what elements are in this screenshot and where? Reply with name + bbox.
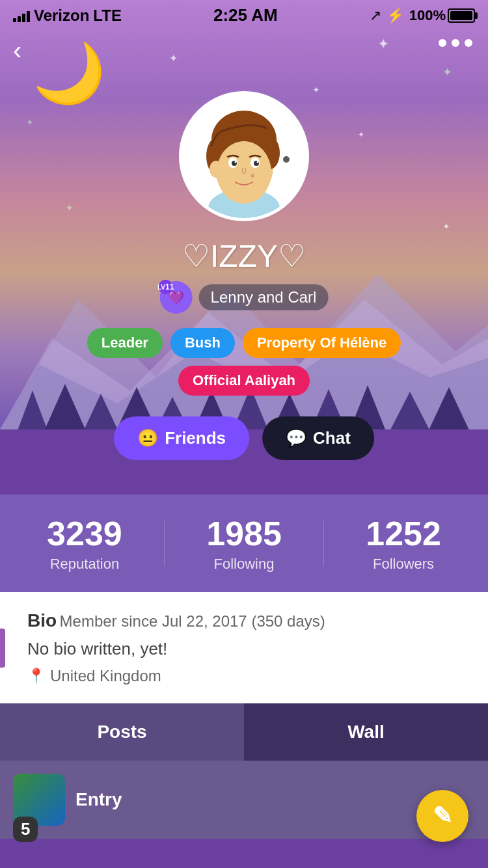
star-2: ✦	[377, 36, 389, 53]
svg-point-30	[251, 174, 254, 178]
status-bar: Verizon LTE 2:25 AM ↗ ⚡ 100%	[0, 0, 488, 25]
moon-decoration: 🌙	[33, 39, 98, 104]
guild-name: Lenny and Carl	[199, 284, 329, 310]
tab-posts[interactable]: Posts	[0, 703, 244, 761]
more-dot-3	[465, 39, 472, 47]
star-4: ✦	[442, 65, 452, 79]
avatar-circle	[179, 91, 309, 221]
tag-bush[interactable]: Bush	[170, 328, 235, 358]
signal-bar-2	[18, 16, 21, 22]
back-button[interactable]: ‹	[13, 36, 21, 65]
bio-section: Bio Member since Jul 22, 2017 (350 days)…	[0, 592, 488, 703]
guild-level: LV11	[159, 280, 173, 294]
following-label: Following	[206, 556, 282, 573]
friends-label: Friends	[165, 428, 226, 448]
bio-text: No bio written, yet!	[27, 639, 468, 659]
tag-property[interactable]: Property Of Hélène	[243, 328, 401, 358]
battery-fill	[450, 11, 472, 20]
avatar	[179, 91, 309, 221]
star-7: ✦	[65, 202, 74, 214]
username: ♡IZZY♡	[182, 237, 306, 274]
stats-section: 3239 Reputation 1985 Following 1252 Foll…	[0, 495, 488, 592]
svg-point-31	[283, 156, 290, 163]
chat-button[interactable]: 💬 Chat	[262, 416, 374, 460]
carrier-label: Verizon	[34, 7, 89, 25]
battery-percent: 100%	[409, 7, 446, 24]
notification-count: 5	[21, 819, 30, 839]
tag-leader[interactable]: Leader	[87, 328, 163, 358]
side-indicator	[0, 629, 5, 668]
chat-bubble-icon: 💬	[286, 428, 306, 448]
friends-emoji-icon: 😐	[137, 428, 158, 448]
network-type-label: LTE	[93, 7, 122, 25]
guild-badge[interactable]: LV11 💜 Lenny and Carl	[160, 281, 329, 314]
status-right: ↗ ⚡ 100%	[370, 7, 475, 24]
stat-divider-2	[323, 521, 324, 566]
signal-bar-4	[27, 11, 30, 22]
battery-icon	[448, 8, 475, 23]
more-dot-1	[439, 39, 446, 47]
tags-container: Leader Bush Property Of Hélène Official …	[23, 328, 465, 396]
followers-label: Followers	[366, 556, 441, 573]
svg-point-29	[257, 161, 259, 163]
post-entry-label: Entry	[75, 789, 122, 810]
hero-section: ✦ ✦ ✦ ✦ ✦ ✦ ✦ ✦ 🌙 ‹	[0, 0, 488, 495]
chat-label: Chat	[313, 428, 351, 448]
bio-title: Bio	[27, 610, 57, 631]
status-left: Verizon LTE	[13, 7, 122, 25]
notification-badge[interactable]: 5	[13, 817, 38, 842]
tab-bar: Posts Wall	[0, 703, 488, 761]
star-3: ✦	[312, 85, 320, 95]
star-1: ✦	[169, 52, 178, 64]
edit-icon: ✎	[433, 802, 452, 830]
bio-location: 📍 United Kingdom	[27, 667, 468, 685]
more-button[interactable]	[439, 39, 472, 47]
stat-divider-1	[164, 521, 165, 566]
post-entry: Entry	[13, 774, 475, 826]
star-5: ✦	[26, 117, 34, 128]
following-value: 1985	[206, 514, 282, 553]
reputation-stat: 3239 Reputation	[47, 514, 122, 573]
bluetooth-icon: ⚡	[386, 7, 404, 24]
signal-bar-3	[22, 14, 25, 22]
location-text: United Kingdom	[50, 667, 161, 685]
followers-value: 1252	[366, 514, 441, 553]
battery-indicator: 100%	[409, 7, 475, 24]
guild-icon: LV11 💜	[160, 281, 193, 314]
reputation-label: Reputation	[47, 556, 122, 573]
avatar-svg	[182, 94, 306, 218]
signal-bar-1	[13, 18, 16, 22]
action-buttons: 😐 Friends 💬 Chat	[114, 416, 374, 460]
fab-button[interactable]: ✎	[416, 790, 468, 842]
location-icon: ↗	[370, 7, 381, 24]
location-pin-icon: 📍	[27, 668, 45, 685]
svg-point-23	[217, 141, 271, 204]
friends-button[interactable]: 😐 Friends	[114, 416, 249, 460]
svg-point-28	[235, 161, 237, 163]
posts-area: Entry	[0, 761, 488, 839]
time-label: 2:25 AM	[213, 5, 278, 25]
tag-aaliyah[interactable]: Official Aaliyah	[178, 366, 310, 396]
following-stat: 1985 Following	[206, 514, 282, 573]
tab-wall[interactable]: Wall	[244, 703, 488, 761]
reputation-value: 3239	[47, 514, 122, 553]
followers-stat: 1252 Followers	[366, 514, 441, 573]
star-6: ✦	[358, 130, 364, 139]
more-dot-2	[452, 39, 459, 47]
signal-bars	[13, 9, 30, 22]
bio-member-since: Member since Jul 22, 2017 (350 days)	[60, 612, 325, 630]
star-8: ✦	[442, 221, 450, 232]
